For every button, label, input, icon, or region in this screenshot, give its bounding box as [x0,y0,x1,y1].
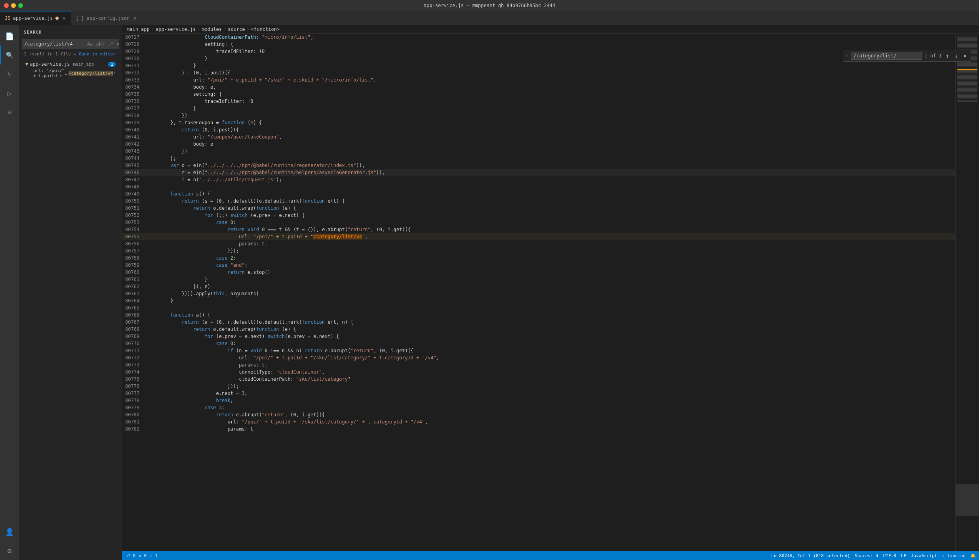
line-content: }) [146,112,955,119]
line-number: 80782 [122,425,146,433]
minimap-line [957,101,977,102]
breadcrumb-source[interactable]: source [228,27,245,32]
line-number: 80763 [122,290,146,297]
line-content: return e.stop() [146,269,955,276]
find-input[interactable] [851,52,922,60]
minimap-line [957,87,977,87]
line-number: 80741 [122,133,146,140]
line-content: return (a = (0, r.default)(o.default.mar… [146,319,955,326]
line-number: 80751 [122,205,146,212]
line-content: setting: { [146,41,955,48]
open-in-editor-link[interactable]: Open in editor [79,51,116,57]
minimap-line [957,70,977,71]
line-number: 80737 [122,105,146,112]
search-icon[interactable]: 🔍 [0,46,19,65]
find-close-button[interactable]: × [962,52,968,60]
tabs-bar: JS app-service.js × { } app-config.json … [0,11,979,25]
tab-close-icon[interactable]: × [133,15,137,21]
minimap[interactable] [955,34,979,551]
minimap-line [957,96,977,97]
spaces-status[interactable]: Spaces: 4 [855,553,878,558]
breadcrumb-file[interactable]: app-service.js [156,27,196,32]
cursor-position-status[interactable]: Ln 80746, Col 1 (818 selected) [771,553,850,558]
line-content: connectType: "cloudContainer", [146,368,955,376]
line-number: 80761 [122,276,146,283]
line-number: 80739 [122,119,146,126]
notification-icon[interactable]: 🔔 [970,553,976,558]
line-content: url: "/poi/" + t.poiId + "/category/list… [146,233,955,240]
errors-status[interactable]: ⊘ 0 [139,553,147,558]
explorer-icon[interactable]: 📄 [0,27,19,46]
line-content: url: "/poi/" + e.poiId + "/sku/" + e.sku… [146,76,955,84]
minimap-line [957,93,977,93]
code-editor[interactable]: 80727 CloudContainerPath: "micro/info/Li… [122,34,955,551]
line-content: url: "/coupon/user/takeCoupon", [146,133,955,140]
language-status[interactable]: JavaScript [911,553,937,558]
line-number: 80771 [122,347,146,354]
minimap-line [957,89,977,90]
maximize-button[interactable] [18,3,23,8]
minimap-line [957,100,977,101]
minimap-line [957,71,977,72]
close-button[interactable] [4,3,9,8]
line-content: params: t [146,425,955,433]
clear-search-icon[interactable]: × [116,40,120,47]
breadcrumb: main_app › app-service.js › modules › so… [122,25,979,34]
tab-close-icon[interactable]: × [63,15,66,21]
case-sensitive-icon[interactable]: Aa [86,40,93,47]
tabnine-status[interactable]: ⚡ tabnine [942,553,966,558]
minimap-line [957,40,977,41]
minimap-line [957,81,977,82]
status-left: ⎇ 0 ⊘ 0 ⚠ 1 [125,553,158,558]
line-content: })); [146,247,955,254]
whole-word-icon[interactable]: ab| [95,40,105,47]
find-count: 1 of 1 [924,53,941,59]
line-number: 80776 [122,383,146,390]
line-number: 80772 [122,354,146,361]
line-content: }, t.takeCoupon = function (e) { [146,119,955,126]
search-input[interactable] [24,41,85,47]
find-next-button[interactable]: ↓ [953,52,959,60]
line-content: traceIdFilter: !0 [146,48,955,55]
warnings-status[interactable]: ⚠ 1 [150,553,158,558]
minimap-line [957,47,977,48]
tab-app-service[interactable]: JS app-service.js × [0,11,71,25]
tab-label: app-service.js [13,15,53,21]
regex-icon[interactable]: .* [107,40,114,47]
minimap-line [957,76,977,77]
breadcrumb-modules[interactable]: modules [202,27,222,32]
minimap-line [957,39,977,40]
line-number: 80780 [122,411,146,418]
encoding-status[interactable]: UTF-8 [883,553,896,558]
line-number: 80736 [122,98,146,105]
source-control-icon[interactable]: ⑂ [0,65,19,84]
line-number: 80735 [122,91,146,98]
code-table: 80727 CloudContainerPath: "micro/info/Li… [122,34,955,433]
line-content: body: e [146,140,955,148]
settings-icon[interactable]: ⚙ [0,541,19,560]
find-prev-button[interactable]: ↑ [944,52,950,60]
line-content: return e.abrupt("return", (0, i.get)({ [146,411,955,418]
search-file-row[interactable]: ▼ app-service.js main_app 1 [22,61,119,68]
tab-app-config[interactable]: { } app-config.json × [71,11,142,25]
line-number: 80754 [122,226,146,233]
minimap-content [956,34,979,104]
line-number: 80734 [122,84,146,91]
minimap-line [957,78,977,79]
find-icon: › [846,53,848,59]
line-number: 80731 [122,62,146,69]
line-content: function s() { [146,190,955,197]
minimize-button[interactable] [11,3,16,8]
git-branch-status[interactable]: ⎇ 0 [125,553,135,558]
minimap-line [957,99,977,99]
minimap-line [957,97,977,98]
line-ending-status[interactable]: LF [901,553,906,558]
search-match-row[interactable]: url: "/poi/" + t.poild + "/category/list… [22,68,119,79]
minimap-line [957,38,977,39]
minimap-line [957,84,977,85]
extensions-icon[interactable]: ⊞ [0,103,19,121]
breadcrumb-function[interactable]: <function> [251,27,280,32]
run-icon[interactable]: ▷ [0,84,19,103]
breadcrumb-main-app[interactable]: main_app [127,27,150,32]
accounts-icon[interactable]: 👤 [0,522,19,541]
